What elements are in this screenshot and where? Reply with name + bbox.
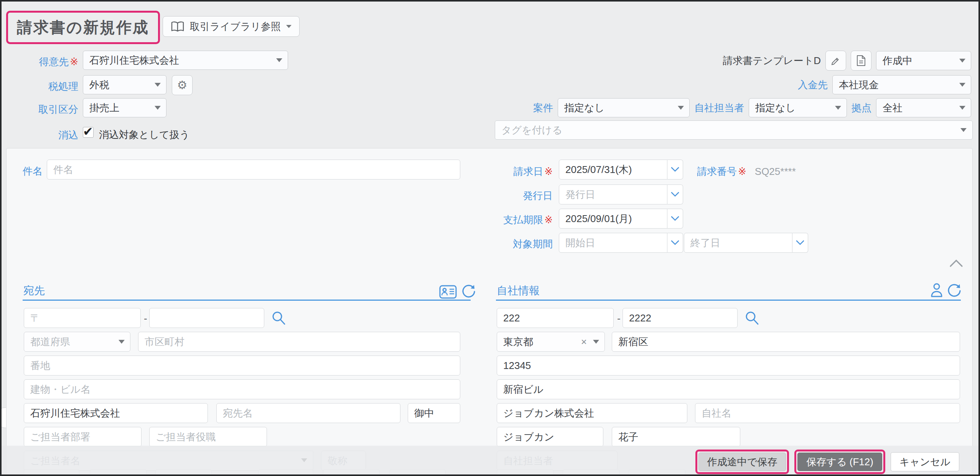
recipient-building-input[interactable]	[24, 379, 460, 399]
clear-icon[interactable]: ×	[581, 336, 587, 348]
issue-date-label: 発行日	[448, 189, 553, 203]
invoice-create-screen: 請求書の新規作成 取引ライブラリ参照 得意先※ 石狩川住宅株式会社 税処理 外税…	[0, 0, 980, 476]
refresh-icon	[947, 283, 962, 298]
due-date-picker-button[interactable]	[667, 209, 683, 229]
own-company-refresh-button[interactable]	[947, 283, 962, 298]
issue-date-field	[559, 184, 683, 204]
staff-select-value: 指定なし	[755, 101, 796, 115]
tag-field-wrapper	[495, 120, 973, 140]
deposit-select[interactable]: 本社現金	[832, 75, 971, 94]
own-zip1-input[interactable]	[497, 308, 614, 328]
recipient-honorific-input[interactable]	[408, 403, 460, 423]
invoice-number-label: 請求番号	[697, 165, 737, 178]
status-select[interactable]: 作成中	[876, 51, 971, 70]
recipient-city-input[interactable]	[138, 332, 460, 352]
invoice-number-row: 請求番号 ※ SQ25****	[697, 165, 796, 178]
page-title: 請求書の新規作成	[9, 14, 157, 41]
branch-select-value: 全社	[883, 101, 903, 115]
period-start-input[interactable]	[559, 233, 667, 253]
chevron-down-icon	[671, 240, 679, 245]
template-name: 請求書テンプレートD	[723, 54, 821, 68]
issue-date-picker-button[interactable]	[667, 184, 683, 204]
annotation-save-highlight: 保存する (F12)	[794, 450, 885, 474]
recipient-zip-search-button[interactable]	[271, 310, 287, 326]
caret-down-icon	[959, 106, 965, 110]
due-date-label: 支払期限※	[448, 213, 553, 227]
own-company-person-button[interactable]	[930, 283, 943, 298]
deal-type-select[interactable]: 掛売上	[83, 98, 166, 117]
own-city-input[interactable]	[612, 332, 960, 352]
cancel-button[interactable]: キャンセル	[891, 452, 959, 471]
recipient-name-input[interactable]	[216, 403, 400, 423]
collapse-section-button[interactable]	[949, 259, 963, 267]
period-start-field	[559, 233, 683, 253]
own-first-name-input[interactable]	[612, 427, 740, 447]
billing-date-label: 請求日※	[448, 165, 553, 178]
own-company-name-input[interactable]	[497, 403, 687, 423]
template-document-button[interactable]	[851, 51, 871, 71]
period-end-field	[684, 233, 808, 253]
person-icon	[930, 283, 943, 298]
deposit-label: 入金先	[798, 78, 828, 92]
project-label: 案件	[533, 101, 553, 115]
document-icon	[856, 55, 866, 66]
tax-label: 税処理	[2, 80, 78, 93]
recipient-department-input[interactable]	[24, 427, 142, 447]
transaction-library-label: 取引ライブラリ参照	[190, 20, 281, 33]
own-street-input[interactable]	[497, 356, 960, 376]
recipient-refresh-button[interactable]	[461, 284, 476, 299]
own-prefecture-select[interactable]: 東京都 ×	[497, 332, 605, 352]
recipient-position-input[interactable]	[149, 427, 267, 447]
checkmark-icon: ✔	[83, 124, 93, 139]
period-start-picker-button[interactable]	[667, 233, 683, 253]
billing-date-picker-button[interactable]	[667, 160, 683, 180]
tag-input[interactable]	[495, 120, 973, 140]
recipient-contact-card-button[interactable]	[439, 285, 457, 299]
own-prefecture-value: 東京都	[503, 335, 533, 349]
issue-date-input[interactable]	[559, 184, 667, 204]
write-off-checkbox[interactable]: ✔	[83, 127, 94, 138]
recipient-prefecture-select[interactable]: 都道府県	[24, 332, 130, 352]
customer-select[interactable]: 石狩川住宅株式会社	[83, 51, 288, 70]
annotation-title-highlight: 請求書の新規作成	[6, 11, 160, 44]
transaction-library-button[interactable]: 取引ライブラリ参照	[163, 16, 300, 37]
deposit-select-value: 本社現金	[839, 78, 879, 92]
own-company-section-title: 自社情報	[497, 283, 540, 298]
save-draft-button[interactable]: 作成途中で保存	[698, 453, 786, 471]
refresh-icon	[461, 284, 476, 299]
caret-down-icon	[835, 106, 841, 110]
chevron-up-icon	[949, 259, 963, 267]
caret-down-icon	[155, 106, 161, 110]
tax-select[interactable]: 外税	[83, 75, 166, 94]
staff-label: 自社担当者	[694, 101, 744, 115]
own-building-input[interactable]	[497, 379, 960, 399]
template-edit-button[interactable]	[825, 51, 846, 71]
tax-settings-button[interactable]: ⚙	[172, 75, 193, 95]
chevron-down-icon	[671, 216, 679, 221]
annotation-save-draft-highlight: 作成途中で保存	[695, 450, 789, 474]
project-select-value: 指定なし	[564, 101, 604, 115]
own-zip2-input[interactable]	[623, 308, 738, 328]
recipient-section-title: 宛先	[23, 283, 45, 298]
recipient-company-input[interactable]	[24, 403, 208, 423]
due-date-input[interactable]	[559, 209, 667, 229]
recipient-zip1-input[interactable]	[24, 308, 141, 328]
recipient-zip2-input[interactable]	[149, 308, 264, 328]
caret-down-icon	[286, 25, 292, 28]
own-company-name2-input[interactable]	[695, 403, 960, 423]
period-label: 対象期間	[448, 237, 553, 251]
pencil-icon	[830, 55, 841, 66]
own-last-name-input[interactable]	[497, 427, 603, 447]
recipient-street-input[interactable]	[24, 356, 460, 376]
invoice-detail-panel: 件名 請求日※ 請求番号 ※ SQ25**** 発行日	[6, 148, 973, 474]
staff-select[interactable]: 指定なし	[749, 98, 847, 117]
period-end-input[interactable]	[684, 233, 792, 253]
billing-date-input[interactable]	[559, 160, 667, 180]
branch-select[interactable]: 全社	[876, 98, 971, 117]
own-company-section-divider	[496, 300, 961, 301]
own-zip-search-button[interactable]	[744, 310, 760, 326]
project-select[interactable]: 指定なし	[558, 98, 690, 117]
period-end-picker-button[interactable]	[792, 233, 808, 253]
save-button[interactable]: 保存する (F12)	[797, 453, 882, 471]
subject-input[interactable]	[47, 160, 460, 180]
